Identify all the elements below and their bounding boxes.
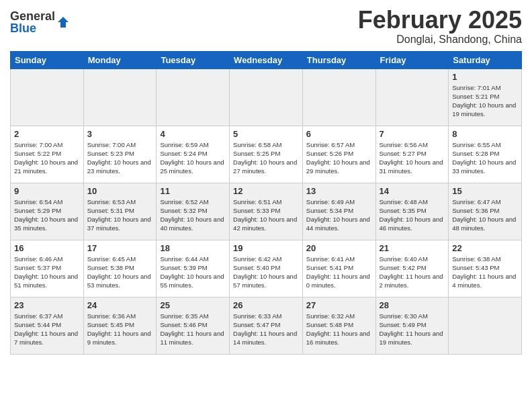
calendar-table: Sunday Monday Tuesday Wednesday Thursday… [10, 51, 522, 355]
day-info: Sunrise: 7:00 AM Sunset: 5:23 PM Dayligh… [87, 140, 153, 176]
calendar-container: General Blue February 2025 Donglai, Shan… [0, 0, 532, 358]
day-info: Sunrise: 6:56 AM Sunset: 5:27 PM Dayligh… [380, 140, 445, 176]
day-number: 3 [87, 129, 153, 139]
calendar-cell: 20Sunrise: 6:41 AM Sunset: 5:41 PM Dayli… [302, 240, 375, 297]
day-info: Sunrise: 6:52 AM Sunset: 5:32 PM Dayligh… [160, 197, 226, 233]
location: Donglai, Shandong, China [358, 34, 522, 46]
day-info: Sunrise: 6:38 AM Sunset: 5:43 PM Dayligh… [452, 255, 518, 290]
day-info: Sunrise: 6:55 AM Sunset: 5:28 PM Dayligh… [452, 140, 518, 176]
col-friday: Friday [375, 51, 449, 68]
calendar-cell: 5Sunrise: 6:58 AM Sunset: 5:25 PM Daylig… [230, 126, 303, 183]
day-info: Sunrise: 7:01 AM Sunset: 5:21 PM Dayligh… [452, 83, 518, 119]
day-number: 9 [14, 186, 80, 196]
calendar-cell: 25Sunrise: 6:35 AM Sunset: 5:46 PM Dayli… [157, 297, 230, 354]
day-number: 28 [380, 300, 445, 310]
day-info: Sunrise: 6:54 AM Sunset: 5:29 PM Dayligh… [14, 197, 80, 233]
calendar-cell: 12Sunrise: 6:51 AM Sunset: 5:33 PM Dayli… [230, 183, 303, 240]
calendar-week-1: 1Sunrise: 7:01 AM Sunset: 5:21 PM Daylig… [11, 68, 522, 126]
calendar-header: General Blue February 2025 Donglai, Shan… [10, 7, 522, 46]
day-info: Sunrise: 6:33 AM Sunset: 5:47 PM Dayligh… [233, 312, 299, 347]
month-title: February 2025 [358, 7, 522, 34]
calendar-week-3: 9Sunrise: 6:54 AM Sunset: 5:29 PM Daylig… [11, 183, 522, 240]
calendar-cell: 7Sunrise: 6:56 AM Sunset: 5:27 PM Daylig… [375, 126, 449, 183]
day-number: 8 [452, 129, 518, 139]
logo: General Blue [10, 10, 70, 34]
calendar-week-4: 16Sunrise: 6:46 AM Sunset: 5:37 PM Dayli… [11, 240, 522, 297]
day-number: 12 [233, 186, 299, 196]
calendar-week-5: 23Sunrise: 6:37 AM Sunset: 5:44 PM Dayli… [11, 297, 522, 354]
calendar-cell [11, 68, 84, 126]
col-thursday: Thursday [302, 51, 375, 68]
day-info: Sunrise: 6:51 AM Sunset: 5:33 PM Dayligh… [233, 197, 299, 233]
calendar-cell: 19Sunrise: 6:42 AM Sunset: 5:40 PM Dayli… [230, 240, 303, 297]
col-monday: Monday [83, 51, 157, 68]
header-row: Sunday Monday Tuesday Wednesday Thursday… [11, 51, 522, 68]
logo-text: General Blue [10, 10, 55, 34]
day-info: Sunrise: 6:46 AM Sunset: 5:37 PM Dayligh… [14, 255, 80, 290]
calendar-cell: 10Sunrise: 6:53 AM Sunset: 5:31 PM Dayli… [83, 183, 157, 240]
calendar-cell: 22Sunrise: 6:38 AM Sunset: 5:43 PM Dayli… [449, 240, 522, 297]
day-info: Sunrise: 6:58 AM Sunset: 5:25 PM Dayligh… [233, 140, 299, 176]
day-info: Sunrise: 6:57 AM Sunset: 5:26 PM Dayligh… [306, 140, 372, 176]
day-number: 1 [452, 72, 518, 82]
calendar-cell: 27Sunrise: 6:32 AM Sunset: 5:48 PM Dayli… [302, 297, 375, 354]
calendar-cell: 18Sunrise: 6:44 AM Sunset: 5:39 PM Dayli… [157, 240, 230, 297]
day-number: 18 [160, 243, 226, 253]
calendar-cell: 6Sunrise: 6:57 AM Sunset: 5:26 PM Daylig… [302, 126, 375, 183]
logo-blue: Blue [10, 22, 55, 34]
day-info: Sunrise: 6:42 AM Sunset: 5:40 PM Dayligh… [233, 255, 299, 290]
calendar-cell: 9Sunrise: 6:54 AM Sunset: 5:29 PM Daylig… [11, 183, 84, 240]
calendar-cell: 21Sunrise: 6:40 AM Sunset: 5:42 PM Dayli… [375, 240, 449, 297]
calendar-cell [157, 68, 230, 126]
calendar-cell: 16Sunrise: 6:46 AM Sunset: 5:37 PM Dayli… [11, 240, 84, 297]
day-number: 25 [160, 300, 226, 310]
calendar-cell: 28Sunrise: 6:30 AM Sunset: 5:49 PM Dayli… [375, 297, 449, 354]
day-info: Sunrise: 6:32 AM Sunset: 5:48 PM Dayligh… [306, 312, 372, 347]
calendar-cell: 13Sunrise: 6:49 AM Sunset: 5:34 PM Dayli… [302, 183, 375, 240]
day-info: Sunrise: 6:47 AM Sunset: 5:36 PM Dayligh… [452, 197, 518, 233]
day-number: 19 [233, 243, 299, 253]
day-number: 2 [14, 129, 80, 139]
day-number: 13 [306, 186, 372, 196]
day-number: 21 [380, 243, 445, 253]
day-info: Sunrise: 6:41 AM Sunset: 5:41 PM Dayligh… [306, 255, 372, 290]
day-info: Sunrise: 6:48 AM Sunset: 5:35 PM Dayligh… [380, 197, 445, 233]
calendar-cell: 11Sunrise: 6:52 AM Sunset: 5:32 PM Dayli… [157, 183, 230, 240]
day-number: 26 [233, 300, 299, 310]
day-number: 10 [87, 186, 153, 196]
day-number: 4 [160, 129, 226, 139]
calendar-cell: 24Sunrise: 6:36 AM Sunset: 5:45 PM Dayli… [83, 297, 157, 354]
day-info: Sunrise: 6:30 AM Sunset: 5:49 PM Dayligh… [380, 312, 445, 347]
calendar-cell: 15Sunrise: 6:47 AM Sunset: 5:36 PM Dayli… [449, 183, 522, 240]
day-number: 15 [452, 186, 518, 196]
calendar-cell [302, 68, 375, 126]
calendar-cell: 4Sunrise: 6:59 AM Sunset: 5:24 PM Daylig… [157, 126, 230, 183]
day-info: Sunrise: 6:35 AM Sunset: 5:46 PM Dayligh… [160, 312, 226, 347]
calendar-week-2: 2Sunrise: 7:00 AM Sunset: 5:22 PM Daylig… [11, 126, 522, 183]
calendar-cell: 3Sunrise: 7:00 AM Sunset: 5:23 PM Daylig… [83, 126, 157, 183]
calendar-cell: 26Sunrise: 6:33 AM Sunset: 5:47 PM Dayli… [230, 297, 303, 354]
col-tuesday: Tuesday [157, 51, 230, 68]
day-info: Sunrise: 6:37 AM Sunset: 5:44 PM Dayligh… [14, 312, 80, 347]
calendar-cell: 2Sunrise: 7:00 AM Sunset: 5:22 PM Daylig… [11, 126, 84, 183]
day-info: Sunrise: 6:59 AM Sunset: 5:24 PM Dayligh… [160, 140, 226, 176]
day-info: Sunrise: 6:49 AM Sunset: 5:34 PM Dayligh… [306, 197, 372, 233]
calendar-cell [375, 68, 449, 126]
day-number: 24 [87, 300, 153, 310]
col-saturday: Saturday [449, 51, 522, 68]
day-info: Sunrise: 6:45 AM Sunset: 5:38 PM Dayligh… [87, 255, 153, 290]
calendar-cell [83, 68, 157, 126]
day-number: 11 [160, 186, 226, 196]
calendar-cell: 1Sunrise: 7:01 AM Sunset: 5:21 PM Daylig… [449, 68, 522, 126]
day-number: 17 [87, 243, 153, 253]
day-info: Sunrise: 6:40 AM Sunset: 5:42 PM Dayligh… [380, 255, 445, 290]
calendar-cell [230, 68, 303, 126]
day-info: Sunrise: 6:44 AM Sunset: 5:39 PM Dayligh… [160, 255, 226, 290]
calendar-cell: 17Sunrise: 6:45 AM Sunset: 5:38 PM Dayli… [83, 240, 157, 297]
day-info: Sunrise: 6:36 AM Sunset: 5:45 PM Dayligh… [87, 312, 153, 347]
day-info: Sunrise: 7:00 AM Sunset: 5:22 PM Dayligh… [14, 140, 80, 176]
day-number: 5 [233, 129, 299, 139]
day-number: 16 [14, 243, 80, 253]
calendar-cell [449, 297, 522, 354]
day-number: 14 [380, 186, 445, 196]
